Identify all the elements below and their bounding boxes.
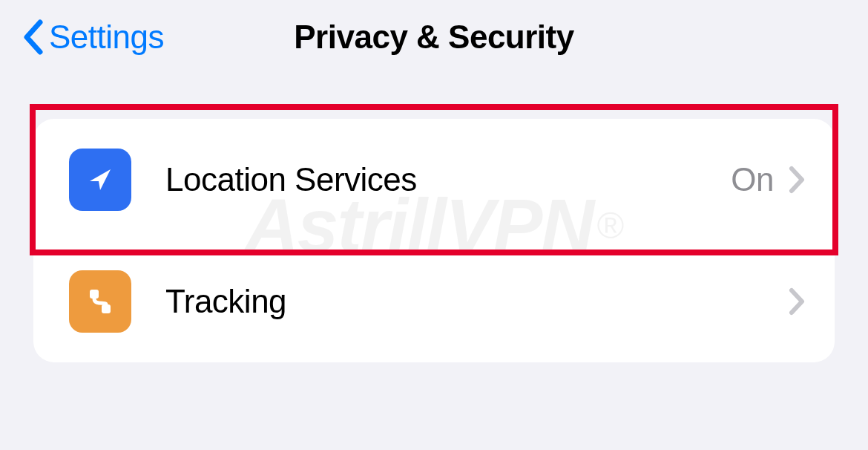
tracking-icon (69, 270, 131, 333)
chevron-right-icon (789, 166, 805, 194)
item-label: Location Services (165, 161, 731, 198)
item-value: On (731, 161, 774, 198)
page-title: Privacy & Security (294, 19, 573, 56)
header: Settings Privacy & Security (0, 0, 868, 82)
settings-list: Location Services On Tracking (33, 119, 835, 362)
back-label: Settings (49, 19, 164, 56)
chevron-right-icon (789, 287, 805, 316)
chevron-left-icon (22, 19, 43, 55)
item-label: Tracking (165, 283, 789, 320)
location-arrow-icon (69, 149, 131, 211)
list-item-location-services[interactable]: Location Services On (33, 119, 835, 241)
list-item-tracking[interactable]: Tracking (33, 241, 835, 362)
back-button[interactable]: Settings (22, 19, 164, 56)
